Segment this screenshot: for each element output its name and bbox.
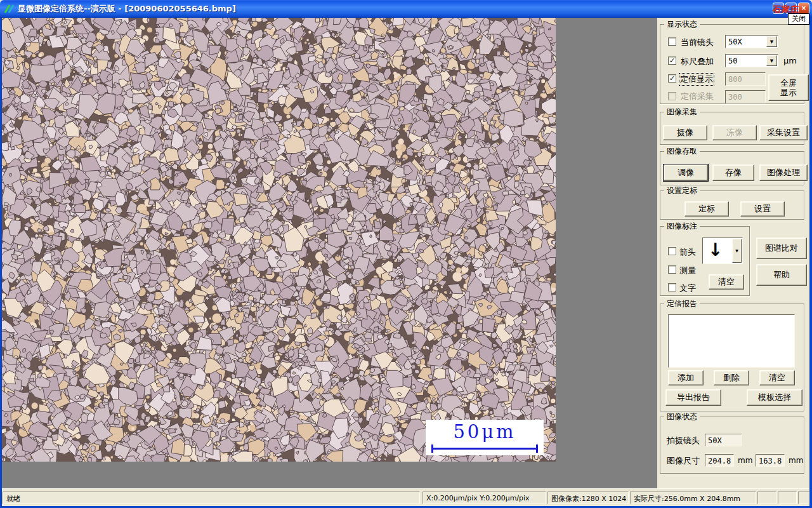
label-image-size: 图像尺寸 xyxy=(667,455,700,467)
check-icon: ✓ xyxy=(669,74,675,83)
calibrate-button[interactable]: 定标 xyxy=(684,201,729,217)
fullscreen-button[interactable]: 全屏显示 xyxy=(768,74,809,101)
group-annotation-title: 图像标注 xyxy=(664,222,700,231)
fixed-display-input: 800 xyxy=(725,72,766,86)
label-current-lens: 当前镜头 xyxy=(681,37,714,48)
micrograph-image[interactable] xyxy=(2,18,556,462)
scale-bar-line xyxy=(431,448,538,450)
group-image-status-title: 图像状态 xyxy=(664,412,700,421)
status-spare-3 xyxy=(798,491,809,504)
width-value-field: 204.8 xyxy=(705,454,734,467)
checkbox-arrow[interactable] xyxy=(668,247,676,255)
ruler-value-combo[interactable]: 50 ▼ xyxy=(725,54,778,67)
label-fixed-display: 定倍显示 xyxy=(679,73,714,86)
title-bar: 显微图像定倍系统--演示版 - [20090602055646.bmp] — □… xyxy=(0,0,812,18)
status-resolution: X:0.200μm/pix Y:0.200μm/pix xyxy=(422,491,546,504)
status-ready: 就绪 xyxy=(3,491,420,504)
close-button[interactable]: × xyxy=(798,3,809,14)
group-report: 定倍报告 添加 删除 清空 导出报告 模板选择 xyxy=(660,304,804,411)
image-process-button[interactable]: 图像处理 xyxy=(759,164,808,181)
help-button[interactable]: 帮助 xyxy=(756,264,807,286)
checkbox-ruler-overlay[interactable]: ✓ xyxy=(668,57,676,65)
clear-annotation-button[interactable]: 清空 xyxy=(709,274,744,290)
group-image-storage-title: 图像存取 xyxy=(664,147,700,156)
app-window: 显微图像定倍系统--演示版 - [20090602055646.bmp] — □… xyxy=(0,0,812,508)
label-ruler-overlay: 标尺叠加 xyxy=(681,56,714,67)
chevron-down-icon[interactable]: ▼ xyxy=(732,239,742,263)
label-height-unit: mm xyxy=(789,456,803,465)
app-icon xyxy=(4,3,15,15)
group-annotation: 图像标注 箭头 测量 文字 ↓ ▼ 清空 xyxy=(660,226,750,296)
current-lens-combo[interactable]: 50X ▼ xyxy=(725,35,778,48)
scale-bar: 50μm xyxy=(426,420,544,455)
ruler-value: 50 xyxy=(728,57,737,65)
checkbox-text[interactable] xyxy=(668,283,676,291)
capture-settings-button[interactable]: 采集设置 xyxy=(759,125,808,140)
add-button[interactable]: 添加 xyxy=(668,370,704,385)
group-report-title: 定倍报告 xyxy=(664,299,700,308)
label-width-unit: mm xyxy=(738,456,752,465)
clear-report-button[interactable]: 清空 xyxy=(759,370,795,385)
load-image-button[interactable]: 调像 xyxy=(664,164,708,181)
group-set-calibration-title: 设置定标 xyxy=(664,186,700,195)
status-spare-1 xyxy=(757,491,776,504)
checkbox-fixed-capture xyxy=(668,92,676,100)
delete-button[interactable]: 删除 xyxy=(714,370,749,385)
group-image-capture: 图像采集 摄像 冻像 采集设置 xyxy=(660,112,804,145)
group-display-status: 显示状态 当前镜头 50X ▼ ✓ 标尺叠加 50 ▼ μm ✓ 定倍显示 80… xyxy=(660,24,804,104)
group-image-storage: 图像存取 调像 存像 图像处理 xyxy=(660,151,804,185)
status-pixels: 图像像素:1280 X 1024 xyxy=(547,491,629,504)
window-border-right xyxy=(809,18,812,508)
fixed-capture-input: 300 xyxy=(725,90,766,104)
label-measure: 测量 xyxy=(679,265,696,276)
arrow-style-dropdown[interactable]: ↓ ▼ xyxy=(702,237,743,264)
export-report-button[interactable]: 导出报告 xyxy=(665,389,721,406)
checkbox-measure[interactable] xyxy=(668,265,676,274)
arrow-down-icon: ↓ xyxy=(708,239,723,260)
report-listbox[interactable] xyxy=(668,314,795,368)
group-image-status: 图像状态 拍摄镜头 50X 图像尺寸 204.8 mm 163.8 mm xyxy=(660,417,804,474)
label-arrow: 箭头 xyxy=(679,246,696,258)
group-display-status-title: 显示状态 xyxy=(664,20,700,29)
current-lens-value: 50X xyxy=(728,37,742,46)
label-ruler-unit: μm xyxy=(783,56,797,65)
window-title: 显微图像定倍系统--演示版 - [20090602055646.bmp] xyxy=(18,3,236,15)
freeze-button: 冻像 xyxy=(712,125,757,140)
checkbox-current-lens[interactable] xyxy=(668,37,676,46)
close-icon: × xyxy=(801,4,806,11)
group-set-calibration: 设置定标 定标 设置 xyxy=(660,190,804,220)
label-fixed-capture: 定倍采集 xyxy=(681,91,714,102)
height-value-field: 163.8 xyxy=(756,454,785,467)
chevron-down-icon[interactable]: ▼ xyxy=(766,36,777,47)
template-select-button[interactable]: 模板选择 xyxy=(747,389,802,406)
chevron-down-icon[interactable]: ▼ xyxy=(766,55,777,66)
statusbar: 就绪 X:0.200μm/pix Y:0.200μm/pix 图像像素:1280… xyxy=(2,488,809,506)
lens-value-field: 50X xyxy=(705,434,742,446)
settings-button[interactable]: 设置 xyxy=(740,201,785,217)
image-viewport[interactable]: 50μm xyxy=(2,18,657,488)
status-spare-2 xyxy=(778,491,797,504)
shoot-button[interactable]: 摄像 xyxy=(663,125,707,140)
control-panel: 显示状态 当前镜头 50X ▼ ✓ 标尺叠加 50 ▼ μm ✓ 定倍显示 80… xyxy=(657,18,809,488)
label-shoot-lens: 拍摄镜头 xyxy=(667,435,700,446)
label-text: 文字 xyxy=(679,283,696,294)
checkbox-fixed-display[interactable]: ✓ xyxy=(668,74,676,83)
atlas-compare-button[interactable]: 图谱比对 xyxy=(756,237,807,259)
check-icon: ✓ xyxy=(669,57,675,65)
save-image-button[interactable]: 存像 xyxy=(712,164,754,181)
close-tooltip: 关闭 xyxy=(788,13,809,25)
scale-bar-text: 50μm xyxy=(426,421,544,443)
status-actual-size: 实际尺寸:256.0mm X 204.8mm xyxy=(630,491,756,504)
group-image-capture-title: 图像采集 xyxy=(664,107,700,116)
